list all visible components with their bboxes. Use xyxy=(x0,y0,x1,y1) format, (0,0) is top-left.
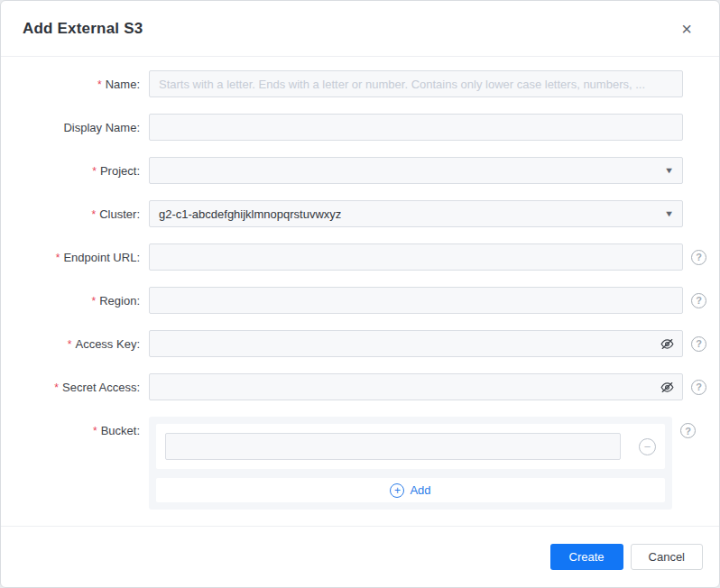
endpoint-url-label: *Endpoint URL: xyxy=(1,251,145,264)
region-help-icon[interactable]: ? xyxy=(691,293,706,308)
dialog-header: Add External S3 × xyxy=(1,1,719,57)
required-marker: * xyxy=(92,165,97,178)
name-input[interactable] xyxy=(149,70,683,97)
dialog-title: Add External S3 xyxy=(23,20,143,38)
secret-access-input[interactable] xyxy=(149,373,683,400)
label-text: Region: xyxy=(99,294,140,308)
endpoint-url-row: *Endpoint URL: ? xyxy=(1,243,719,271)
name-control xyxy=(149,70,683,97)
bucket-label: *Bucket: xyxy=(1,417,145,437)
label-text: Cluster: xyxy=(99,207,140,221)
display-name-control xyxy=(149,114,683,141)
region-input[interactable] xyxy=(149,287,683,314)
cluster-label: *Cluster: xyxy=(1,207,145,221)
display-name-label: Display Name: xyxy=(1,121,145,134)
label-text: Secret Access: xyxy=(62,381,140,394)
label-text: Endpoint URL: xyxy=(63,251,140,264)
display-name-input[interactable] xyxy=(149,114,683,141)
question-mark: ? xyxy=(696,252,702,262)
dialog-body: *Name: Display Name: *Project: ▼ xyxy=(1,57,719,526)
label-text: Name: xyxy=(106,78,140,91)
project-row: *Project: ▼ xyxy=(1,157,719,184)
endpoint-url-control xyxy=(149,243,683,271)
display-name-row: Display Name: xyxy=(1,114,719,141)
endpoint-url-help-icon[interactable]: ? xyxy=(691,250,706,265)
label-text: Project: xyxy=(100,164,140,178)
minus-icon: − xyxy=(644,441,651,453)
region-label: *Region: xyxy=(1,294,145,308)
endpoint-url-input[interactable] xyxy=(149,243,683,271)
required-marker: * xyxy=(92,295,97,308)
bucket-help-icon[interactable]: ? xyxy=(680,423,696,438)
region-row: *Region: ? xyxy=(1,287,719,314)
access-key-input[interactable] xyxy=(149,330,683,357)
required-marker: * xyxy=(92,208,97,221)
question-mark: ? xyxy=(696,338,702,349)
secret-access-row: *Secret Access: ? xyxy=(1,373,719,400)
cluster-row: *Cluster: g2-c1-abcdefghijklmnopqrstuvwx… xyxy=(1,200,719,227)
remove-bucket-button[interactable]: − xyxy=(639,438,656,455)
secret-access-label: *Secret Access: xyxy=(1,381,145,394)
add-bucket-button[interactable]: + Add xyxy=(156,478,665,502)
plus-icon: + xyxy=(390,483,404,498)
required-marker: * xyxy=(97,78,102,91)
chevron-down-icon: ▼ xyxy=(664,209,674,218)
access-key-control xyxy=(149,330,683,357)
project-label: *Project: xyxy=(1,164,145,178)
required-marker: * xyxy=(68,338,72,351)
secret-access-control xyxy=(149,373,683,400)
label-text: Access Key: xyxy=(75,337,140,351)
create-button[interactable]: Create xyxy=(550,544,623,570)
required-marker: * xyxy=(54,381,59,394)
bucket-row: *Bucket: − + Add ? xyxy=(1,417,719,510)
label-text: Display Name: xyxy=(63,121,140,134)
secret-access-help-icon[interactable]: ? xyxy=(691,380,706,395)
label-text: Bucket: xyxy=(101,424,140,437)
cluster-control: g2-c1-abcdefghijklmnopqrstuvwxyz ▼ xyxy=(149,200,683,227)
close-icon[interactable]: × xyxy=(676,18,697,40)
add-bucket-label: Add xyxy=(410,483,430,497)
bucket-item: − xyxy=(156,424,665,469)
access-key-help-icon[interactable]: ? xyxy=(691,336,706,352)
eye-off-icon[interactable] xyxy=(659,379,675,395)
cluster-select-value: g2-c1-abcdefghijklmnopqrstuvwxyz xyxy=(159,207,341,221)
cluster-select[interactable]: g2-c1-abcdefghijklmnopqrstuvwxyz ▼ xyxy=(149,200,683,227)
cancel-button[interactable]: Cancel xyxy=(631,544,703,570)
bucket-panel: − + Add xyxy=(149,417,672,510)
bucket-input[interactable] xyxy=(165,433,621,460)
region-control xyxy=(149,287,683,314)
add-external-s3-dialog: Add External S3 × *Name: Display Name: *… xyxy=(0,0,720,588)
question-mark: ? xyxy=(696,381,702,392)
project-select[interactable]: ▼ xyxy=(149,157,683,184)
name-label: *Name: xyxy=(1,78,145,91)
access-key-row: *Access Key: ? xyxy=(1,330,719,357)
question-mark: ? xyxy=(696,295,702,306)
chevron-down-icon: ▼ xyxy=(664,166,674,175)
project-control: ▼ xyxy=(149,157,683,184)
dialog-footer: Create Cancel xyxy=(1,526,719,587)
question-mark: ? xyxy=(685,426,691,436)
required-marker: * xyxy=(56,252,60,264)
eye-off-icon[interactable] xyxy=(659,335,675,352)
name-row: *Name: xyxy=(1,70,719,97)
access-key-label: *Access Key: xyxy=(1,337,145,351)
required-marker: * xyxy=(93,425,97,437)
